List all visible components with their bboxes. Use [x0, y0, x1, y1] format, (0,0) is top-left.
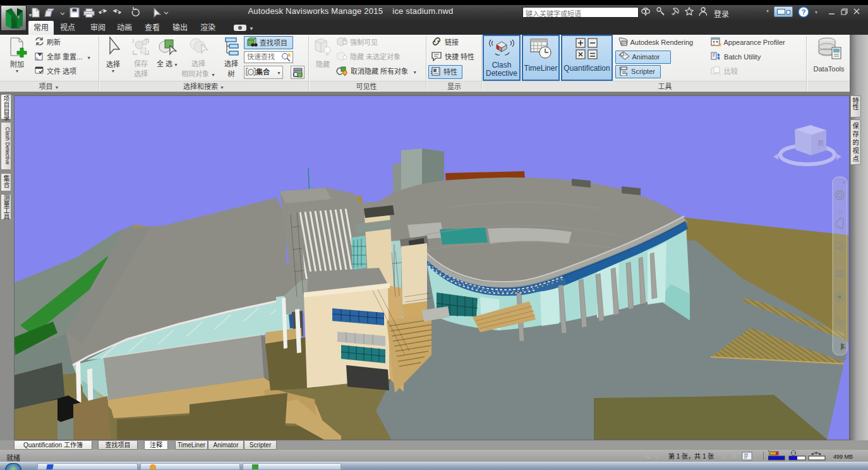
svg-text:▼: ▼ — [249, 26, 254, 32]
svg-text:?: ? — [802, 8, 806, 16]
svg-text:▾: ▾ — [815, 9, 817, 15]
svg-text:前: 前 — [817, 139, 824, 147]
svg-text:499 MB: 499 MB — [833, 454, 853, 460]
svg-text:第 1 张，共 1 张: 第 1 张，共 1 张 — [668, 452, 714, 460]
